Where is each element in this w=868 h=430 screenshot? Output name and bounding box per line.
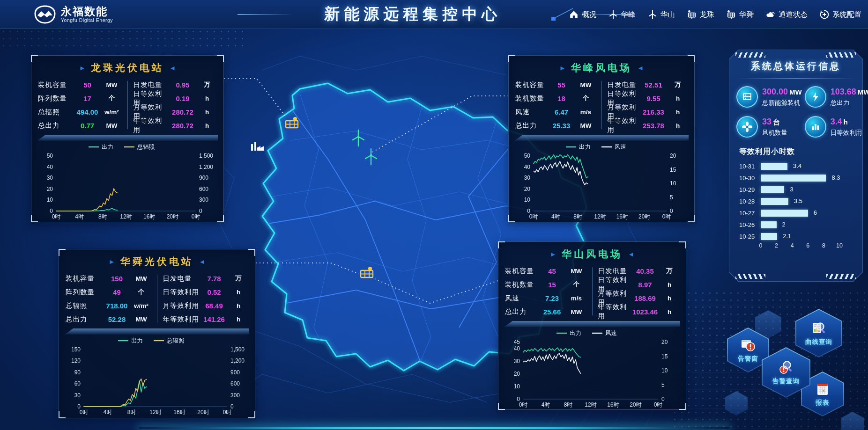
stat-value: 52.51	[639, 81, 668, 89]
bar-category-label: 10-31	[739, 163, 761, 170]
hatch-decoration	[826, 274, 856, 279]
stat-label: 装机容量	[515, 80, 547, 89]
system-config-icon	[820, 10, 829, 19]
svg-text:300: 300	[199, 197, 208, 203]
stat-value: 6.47	[547, 108, 576, 116]
stat-row: 月等效利用68.49h	[163, 300, 249, 311]
station-stats: 装机容量45MW 装机数量15个 风速7.23m/s 总出力25.66MW 日发…	[498, 261, 686, 317]
svg-text:8时: 8时	[573, 213, 582, 220]
stat-value: 45	[538, 267, 567, 275]
svg-text:15: 15	[661, 353, 668, 360]
factory-marker[interactable]	[251, 142, 264, 151]
title-line-decoration	[237, 14, 294, 15]
stat-value: 0.95	[168, 81, 197, 89]
stat-row: 日等效利用0.19h	[134, 93, 217, 104]
bar-category-label: 10-30	[739, 175, 761, 182]
bar-chart-title: 等效利用小时数	[729, 140, 863, 160]
svg-text:8时: 8时	[127, 409, 136, 415]
bar-axis-tick: 2	[775, 242, 778, 249]
nav-item-system-config[interactable]: 系统配置	[820, 10, 861, 20]
report-icon	[815, 381, 831, 397]
corner-bracket	[679, 241, 686, 248]
left-triangle-icon: ▶	[110, 259, 114, 265]
huashun-line-chart: 出力总辐照15012090603001,5001,20090060030000时…	[64, 335, 250, 416]
nav-item-longzhu[interactable]: 龙珠	[687, 10, 714, 20]
svg-text:0时: 0时	[662, 213, 671, 220]
stat-unit: MW	[567, 308, 586, 315]
kpi-label: 总出力	[831, 99, 868, 107]
kpi-unit: MW	[789, 88, 802, 96]
bar-axis-tick: 4	[791, 242, 794, 249]
stat-label: 阵列数量	[66, 288, 103, 297]
trapezoid-divider	[65, 328, 249, 335]
stat-value: 0.19	[168, 95, 197, 102]
nav-item-overview[interactable]: 概况	[569, 10, 596, 20]
stat-row: 装机容量45MW	[505, 265, 586, 277]
svg-text:总辐照: 总辐照	[137, 144, 155, 150]
stat-label: 日等效利用	[163, 288, 200, 297]
svg-text:1,200: 1,200	[230, 357, 245, 364]
nav-item-huashan[interactable]: 华山	[648, 10, 675, 20]
stat-label: 日发电量	[608, 80, 639, 89]
panel-longzhu-pv-station: ▶ 龙珠光伏电站 ◀ 装机容量50MW 阵列数量17个 总辐照494.00w/m…	[31, 55, 224, 222]
stat-unit: h	[660, 308, 679, 315]
stat-row: 总出力25.66MW	[505, 306, 586, 317]
bar-track: 3	[761, 186, 839, 193]
system-panel-title: 系统总体运行信息	[729, 50, 863, 73]
svg-text:1,500: 1,500	[199, 153, 213, 159]
svg-text:风速: 风速	[615, 144, 626, 150]
svg-text:20: 20	[514, 371, 520, 377]
stat-value: 188.69	[631, 294, 660, 302]
nav-item-channel-status[interactable]: 通道状态	[766, 10, 808, 20]
stat-value: 55	[547, 81, 576, 89]
stat-label: 装机容量	[66, 274, 103, 283]
panel-huashun-pv-station: ▶ 华舜光伏电站 ◀ 装机容量150MW 阵列数量49个 总辐照718.00w/…	[59, 249, 255, 418]
stat-unit: MW	[576, 81, 596, 88]
trapezoid-divider	[514, 135, 689, 141]
stat-unit: MW	[132, 316, 151, 323]
alarm-query-button[interactable]: 告警查询	[762, 347, 810, 398]
stat-value: 141.26	[200, 315, 229, 323]
bar-track: 8.3	[761, 175, 839, 182]
stat-row: 年等效利用280.72h	[134, 120, 217, 131]
nav-item-huashun[interactable]: 华舜	[727, 10, 754, 20]
stat-value: 216.33	[639, 108, 668, 116]
stat-value: 40.35	[631, 267, 660, 275]
stat-label: 年等效利用	[608, 117, 639, 134]
corner-bracket	[217, 215, 224, 222]
svg-text:12时: 12时	[585, 401, 596, 408]
svg-text:900: 900	[230, 369, 240, 376]
stat-label: 装机数量	[505, 280, 538, 289]
svg-text:4时: 4时	[551, 213, 560, 220]
stat-unit: 万	[197, 80, 217, 89]
dashboard-root: 永福数能 Yongfu Digital Energy 新能源远程集控中心 概况 …	[0, 0, 868, 430]
hex-body: 告警查询	[763, 348, 809, 397]
stat-row: 日发电量0.95万	[134, 79, 217, 90]
bar-axis-tick: 10	[836, 242, 843, 249]
stat-unit: MW	[102, 81, 122, 88]
stat-unit: m/s	[567, 295, 586, 302]
stat-row: 装机数量18个	[515, 93, 596, 104]
svg-text:150: 150	[71, 346, 81, 353]
svg-text:30: 30	[524, 175, 531, 181]
right-triangle-icon: ◀	[629, 251, 633, 257]
nav-label: 华舜	[739, 10, 754, 20]
svg-text:50: 50	[47, 153, 53, 159]
stat-row: 装机容量50MW	[38, 79, 122, 90]
kpi-value: 3.4	[831, 117, 842, 126]
svg-text:10: 10	[661, 367, 668, 374]
home-icon	[569, 10, 579, 19]
stat-row: 月等效利用216.33h	[608, 106, 688, 117]
corner-bracket	[679, 403, 686, 410]
nav-item-huafeng[interactable]: 华峰	[608, 10, 636, 20]
hex-button-label: 告警查询	[772, 377, 800, 386]
svg-text:20: 20	[661, 339, 668, 345]
left-triangle-icon: ▶	[561, 65, 564, 71]
corner-bracket	[688, 55, 695, 62]
stat-value: 1023.46	[631, 308, 660, 316]
stat-value: 8.97	[631, 281, 660, 289]
stat-row: 装机容量150MW	[66, 273, 151, 284]
huafeng-line-chart: 出力风速50403020100201510500时4时8时12时16时20时0时	[514, 142, 689, 220]
bar-value: 2.1	[783, 233, 791, 240]
bar-fill	[761, 221, 777, 228]
